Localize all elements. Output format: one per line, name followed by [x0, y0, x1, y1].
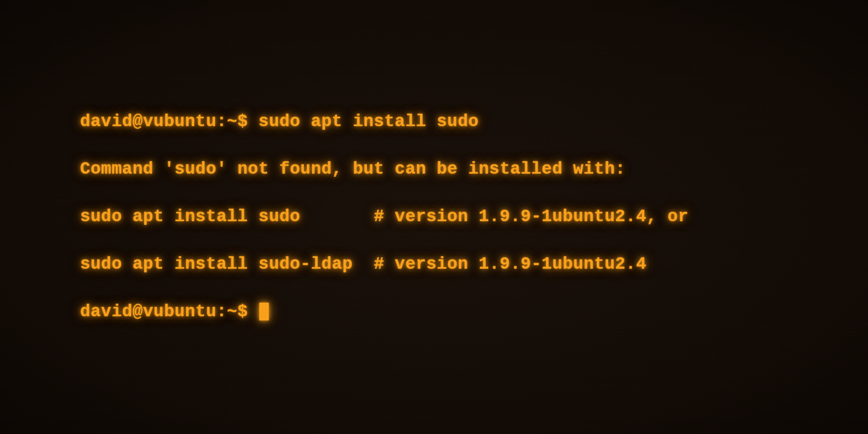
terminal-line: sudo apt install sudo # version 1.9.9-1u… [80, 205, 689, 229]
prompt: david@vubuntu:~$ [80, 112, 258, 131]
terminal-output[interactable]: david@vubuntu:~$ sudo apt install sudo C… [0, 86, 689, 348]
prompt: david@vubuntu:~$ [80, 302, 258, 321]
terminal-line: david@vubuntu:~$ [80, 300, 689, 324]
terminal-line: david@vubuntu:~$ sudo apt install sudo [80, 110, 689, 134]
cursor-block [259, 303, 269, 320]
command-input: sudo apt install sudo [258, 112, 478, 131]
terminal-line: Command 'sudo' not found, but can be ins… [80, 158, 689, 181]
terminal-line: sudo apt install sudo-ldap # version 1.9… [80, 253, 689, 276]
